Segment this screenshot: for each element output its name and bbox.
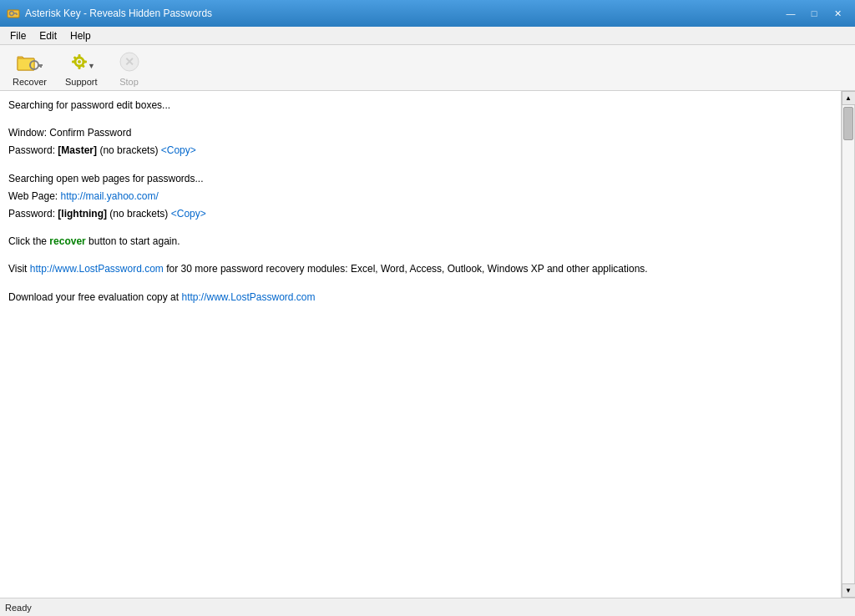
svg-rect-11 — [78, 54, 81, 58]
menu-help[interactable]: Help — [63, 28, 98, 43]
window-confirm-label: Window: Confirm Password — [8, 125, 832, 141]
toolbar: Recover ▼ Support — [0, 45, 855, 91]
support-label: Support — [65, 77, 98, 87]
menu-file[interactable]: File — [3, 28, 33, 43]
maximize-button[interactable]: □ — [803, 5, 825, 22]
recover-button[interactable]: Recover — [5, 44, 54, 91]
main-content: Searching for password edit boxes... Win… — [0, 91, 841, 598]
recover-icon — [16, 48, 43, 75]
minimize-button[interactable]: — — [780, 5, 802, 22]
searching-passwords-text: Searching for password edit boxes... — [8, 98, 832, 114]
stop-icon: ✕ — [116, 48, 143, 75]
status-bar: Ready — [0, 598, 855, 616]
scroll-thumb[interactable] — [843, 107, 853, 140]
lostpassword-url-2[interactable]: http://www.LostPassword.com — [181, 291, 315, 303]
content-area: Searching for password edit boxes... Win… — [0, 91, 855, 598]
scrollbar[interactable]: ▲ ▼ — [841, 91, 855, 598]
svg-text:✕: ✕ — [124, 55, 134, 68]
yahoo-url-link[interactable]: http://mail.yahoo.com/ — [60, 190, 158, 202]
download-eval-text: Download your free evaluation copy at ht… — [8, 290, 832, 305]
svg-rect-14 — [83, 61, 87, 63]
scroll-down-arrow[interactable]: ▼ — [842, 583, 856, 598]
webpage-yahoo-line: Web Page: http://mail.yahoo.com/ — [8, 189, 832, 204]
searching-web-text: Searching open web pages for passwords..… — [8, 171, 832, 187]
close-button[interactable]: ✕ — [827, 5, 848, 22]
click-recover-text: Click the recover button to start again. — [8, 234, 832, 250]
window-controls: — □ ✕ — [780, 5, 848, 22]
password-lightning-value: [lightning] — [58, 208, 107, 220]
scroll-up-arrow[interactable]: ▲ — [842, 91, 856, 105]
password-lightning-line: Password: [lightning] (no brackets) <Cop… — [8, 206, 832, 222]
svg-rect-13 — [72, 61, 75, 63]
copy-master-link[interactable]: <Copy> — [161, 144, 196, 156]
password-master-line: Password: [Master] (no brackets) <Copy> — [8, 143, 832, 159]
support-icon: ▼ — [68, 48, 94, 75]
stop-label: Stop — [119, 77, 139, 87]
svg-text:▼: ▼ — [88, 62, 94, 70]
recover-label: Recover — [13, 77, 47, 87]
svg-rect-12 — [78, 66, 81, 69]
lostpassword-url-1[interactable]: http://www.LostPassword.com — [30, 263, 164, 275]
copy-lightning-link[interactable]: <Copy> — [171, 208, 206, 220]
stop-button[interactable]: ✕ Stop — [109, 44, 150, 91]
title-bar: Asterisk Key - Reveals Hidden Passwords … — [0, 0, 855, 27]
recover-inline-link[interactable]: recover — [49, 235, 85, 247]
support-button[interactable]: ▼ Support — [58, 44, 105, 91]
password-master-value: [Master] — [58, 144, 97, 156]
scroll-track[interactable] — [842, 105, 855, 583]
menu-edit[interactable]: Edit — [33, 28, 63, 43]
menu-bar: File Edit Help — [0, 27, 855, 45]
window-title: Asterisk Key - Reveals Hidden Passwords — [25, 8, 780, 19]
visit-lostpassword-text: Visit http://www.LostPassword.com for 30… — [8, 261, 832, 277]
svg-point-10 — [78, 60, 81, 63]
app-icon — [7, 7, 20, 20]
status-text: Ready — [5, 603, 32, 613]
